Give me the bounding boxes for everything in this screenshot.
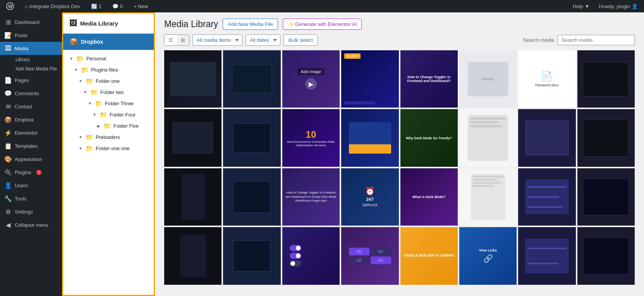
media-item[interactable] <box>164 227 222 284</box>
media-item[interactable]: ⏰ 24/7 SERVICE <box>341 168 398 226</box>
media-item[interactable] <box>518 227 575 284</box>
elementor-ai-button[interactable]: ✨ Generate with Elementor AI <box>283 19 362 30</box>
media-item[interactable] <box>577 227 635 284</box>
sidebar-item-tools[interactable]: 🔧 Tools <box>0 192 62 205</box>
media-item[interactable] <box>223 227 280 284</box>
help-button[interactable]: Help ▼ <box>570 0 592 12</box>
folder-plugins-files[interactable]: ▼ 📁 Plugins-files <box>63 64 154 75</box>
comments-icon: 💬 <box>5 90 12 97</box>
media-item[interactable] <box>223 109 280 166</box>
media-item[interactable]: View Links 🔗 <box>459 227 517 284</box>
sidebar-collapse[interactable]: ◀ Collapse menu <box>0 218 62 231</box>
media-item[interactable] <box>223 50 280 108</box>
pages-icon: 📄 <box>5 77 12 84</box>
grid-view-button[interactable]: ⊞ <box>177 35 189 45</box>
media-item[interactable]: therapy <box>459 50 517 108</box>
arrow-icon: ▼ <box>74 68 78 72</box>
svg-text:W: W <box>8 4 13 9</box>
media-item[interactable] <box>223 168 280 226</box>
media-item[interactable] <box>164 109 222 166</box>
view-toggle: ☰ ⊞ <box>164 34 189 46</box>
media-item[interactable] <box>577 168 635 226</box>
media-item[interactable] <box>459 168 517 226</box>
folder-one-one[interactable]: ▼ 📁 Folder one one <box>63 143 154 154</box>
comments[interactable]: 💬 0 <box>109 0 126 12</box>
site-name[interactable]: ⌂ Integrate Dropbox Dev <box>22 0 83 12</box>
folder-three[interactable]: ▼ 📁 Folder Three <box>63 98 154 109</box>
updates[interactable]: 🔄 1 <box>88 0 105 12</box>
folder-icon: 📁 <box>86 145 93 152</box>
add-new-media-button[interactable]: Add New Media File <box>223 19 278 30</box>
howdy[interactable]: Howdy, plugin 👤 <box>596 0 641 12</box>
new-content[interactable]: + New <box>131 0 151 12</box>
media-item[interactable] <box>164 50 222 108</box>
media-item[interactable]: $1000+ <box>341 50 398 108</box>
media-item[interactable] <box>341 227 398 284</box>
wp-logo[interactable]: W <box>3 0 17 12</box>
sidebar-item-elementor[interactable]: ⚡ Elementor <box>0 126 62 139</box>
media-item[interactable]: How to Change Toggler in Frontend and Da… <box>400 50 458 108</box>
sidebar-item-contact[interactable]: ✉ Contact <box>0 100 62 113</box>
folder-preloaders[interactable]: ▼ 📁 Preloaders <box>63 132 154 143</box>
sidebar-item-users[interactable]: 👤 Users <box>0 179 62 192</box>
media-panel-header: 🖼 Media Library <box>63 14 154 34</box>
media-item[interactable] <box>341 109 398 166</box>
arrow-icon: ▼ <box>79 146 82 151</box>
folder-personal[interactable]: ▼ 📁 Personal <box>63 53 154 64</box>
sidebar-item-settings[interactable]: ⚙ Settings <box>0 205 62 218</box>
media-item-password[interactable]: 📄 Password.docx <box>518 50 575 108</box>
folder-icon: 📁 <box>100 111 107 118</box>
search-label: Search media <box>523 37 554 43</box>
sidebar-item-media[interactable]: 🖼 Media <box>0 42 62 55</box>
sidebar-item-comments[interactable]: 💬 Comments <box>0 87 62 100</box>
sidebar-item-pages[interactable]: 📄 Pages <box>0 74 62 87</box>
search-input[interactable] <box>557 35 635 45</box>
arrow-icon: ▶ <box>97 124 100 128</box>
media-toolbar: ☰ ⊞ All media items All dates Bulk selec… <box>155 34 644 50</box>
media-library-panel: 🖼 Media Library 📦 Dropbox ▼ 📁 Personal ▼… <box>62 12 155 296</box>
date-filter[interactable]: All dates <box>246 34 280 46</box>
sidebar-item-add-new-media[interactable]: Add New Media File <box>11 64 62 74</box>
sidebar-item-plugins[interactable]: 🔌 Plugins 1 <box>0 166 62 179</box>
media-item-video[interactable]: How to Change Toggler In Frontend and Da… <box>282 168 340 226</box>
media-item[interactable] <box>459 109 517 166</box>
appearance-icon: 🎨 <box>5 156 12 163</box>
folder-icon: 📁 <box>103 122 111 130</box>
media-item[interactable] <box>518 168 575 226</box>
sidebar-item-dashboard[interactable]: ⊞ Dashboard <box>0 15 62 29</box>
folder-four[interactable]: ▼ 📁 Folder Four <box>63 109 154 120</box>
folder-one[interactable]: ▼ 📁 Folder one <box>63 75 154 87</box>
list-view-icon: ☰ <box>168 37 173 43</box>
sidebar-item-library[interactable]: Library <box>11 55 62 64</box>
media-item[interactable]: Add image ▶ <box>282 50 340 108</box>
media-item[interactable] <box>164 168 222 226</box>
sidebar-item-posts[interactable]: 📝 Posts <box>0 29 62 42</box>
list-view-button[interactable]: ☰ <box>165 35 177 45</box>
sidebar-item-templates[interactable]: 📋 Templates <box>0 139 62 152</box>
dropbox-nav-item[interactable]: 📦 Dropbox <box>63 34 154 50</box>
media-item[interactable] <box>577 109 635 166</box>
folder-two[interactable]: ▼ 📁 Folder two <box>63 87 154 98</box>
media-item[interactable]: TOGGLE BUILDER IS COMING <box>400 227 458 284</box>
sidebar-item-dropbox[interactable]: 📦 Dropbox <box>0 113 62 126</box>
plugins-icon: 🔌 <box>5 169 12 176</box>
media-item[interactable] <box>518 109 575 166</box>
sidebar-item-appearance[interactable]: 🎨 Appearance <box>0 152 62 166</box>
content-header: Media Library Add New Media File ✨ Gener… <box>155 12 644 34</box>
media-item[interactable] <box>282 227 340 284</box>
folder-tree: ▼ 📁 Personal ▼ 📁 Plugins-files ▼ 📁 Folde… <box>63 50 154 157</box>
media-item[interactable] <box>577 50 635 108</box>
collapse-icon: ◀ <box>5 221 12 228</box>
media-grid: Add image ▶ $1000+ How to Change Toggler… <box>155 50 644 294</box>
media-type-filter[interactable]: All media items <box>192 34 242 46</box>
media-item[interactable]: What is Dark Mode? <box>400 168 458 226</box>
folder-icon: 📁 <box>76 55 84 62</box>
content-area: Media Library Add New Media File ✨ Gener… <box>155 12 644 296</box>
folder-icon: 📁 <box>86 77 93 85</box>
grid-view-icon: ⊞ <box>181 37 185 43</box>
bulk-select-button[interactable]: Bulk select <box>283 34 318 46</box>
media-item[interactable]: 10 Best Ecommerce Conversion Rate Optimi… <box>282 109 340 166</box>
media-item[interactable]: Why Dark Mode So Trendy? <box>400 109 458 166</box>
folder-five[interactable]: ▶ 📁 Folder Five <box>63 120 154 132</box>
elementor-icon: ⚡ <box>5 129 12 136</box>
